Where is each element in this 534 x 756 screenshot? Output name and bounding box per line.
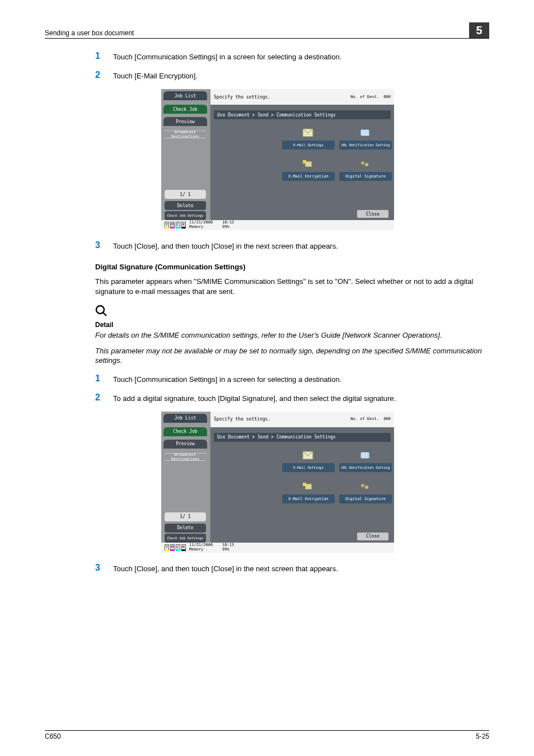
delete-button[interactable]: Delete	[165, 201, 206, 210]
status-memory-label: Memory	[189, 225, 203, 229]
detail-paragraph: This parameter may not be available or m…	[95, 346, 489, 366]
svg-rect-3	[303, 160, 306, 164]
tab-job-list[interactable]: Job List	[163, 414, 207, 423]
status-memory-value: 99%	[222, 547, 229, 552]
email-encryption-button[interactable]: E-Mail Encryption	[282, 494, 335, 503]
device-screenshot: Job List Check Job Preview Broadcast Des…	[161, 412, 394, 553]
step-text: To add a digital signature, touch [Digit…	[113, 393, 396, 403]
url-notification-icon	[357, 126, 373, 139]
email-encryption-icon	[300, 480, 316, 493]
chapter-number-badge: 5	[469, 22, 489, 38]
detail-icon	[95, 304, 489, 321]
svg-rect-9	[360, 452, 369, 459]
url-notification-button[interactable]: URL Notification Setting	[339, 141, 392, 150]
email-encryption-button[interactable]: E-Mail Encryption	[282, 172, 335, 181]
email-settings-button[interactable]: E-Mail Settings	[282, 463, 335, 472]
svg-point-12	[361, 484, 364, 487]
section-heading: Digital Signature (Communication Setting…	[95, 263, 489, 271]
email-encryption-icon	[300, 157, 316, 171]
running-header: Sending a user box document	[45, 29, 469, 37]
svg-point-4	[361, 161, 364, 165]
close-button[interactable]: Close	[357, 533, 388, 540]
step-text: Touch [Communication Settings] in a scre…	[113, 51, 341, 61]
email-settings-icon	[300, 126, 316, 139]
svg-point-5	[365, 163, 368, 166]
status-memory-value: 99%	[222, 225, 229, 229]
footer-doc-id: C650	[45, 732, 61, 740]
step-text: Touch [Close], and then touch [Close] in…	[113, 563, 338, 573]
status-memory-label: Memory	[189, 547, 203, 552]
step-number: 1	[95, 374, 113, 384]
url-notification-icon	[357, 449, 373, 462]
svg-point-6	[96, 306, 104, 314]
tab-check-job[interactable]: Check Job	[163, 105, 207, 114]
digital-signature-icon	[357, 157, 373, 171]
svg-line-7	[103, 312, 106, 316]
pager-indicator: 1/ 1	[165, 190, 206, 199]
device-screenshot: Job List Check Job Preview Broadcast Des…	[161, 89, 394, 230]
broadcast-destinations-label: Broadcast Destinations	[165, 130, 206, 138]
step-number: 2	[95, 393, 113, 403]
step-number: 1	[95, 51, 113, 61]
detail-paragraph: For details on the S/MIME communication …	[95, 330, 489, 340]
email-settings-button[interactable]: E-Mail Settings	[282, 141, 335, 150]
svg-point-13	[365, 486, 368, 489]
step-text: Touch [Communication Settings] in a scre…	[113, 374, 341, 384]
instruction-text: Specify the settings.	[214, 417, 270, 422]
noof-label: No. of Dest.	[350, 417, 379, 421]
url-notification-button[interactable]: URL Notification Setting	[339, 463, 392, 472]
step-number: 3	[95, 240, 113, 250]
step-text: Touch [Close], and then touch [Close] in…	[113, 240, 338, 250]
footer-page-number: 5-25	[476, 732, 489, 740]
digital-signature-icon	[357, 480, 373, 493]
check-job-settings-button[interactable]: Check Job Settings	[165, 211, 206, 220]
noof-value: 000	[383, 417, 391, 421]
step-text: Touch [E-Mail Encryption].	[113, 70, 198, 80]
section-intro: This parameter appears when "S/MIME Comm…	[95, 277, 489, 296]
instruction-text: Specify the settings.	[214, 95, 270, 100]
close-button[interactable]: Close	[357, 210, 388, 218]
pager-indicator: 1/ 1	[165, 512, 206, 521]
email-settings-icon	[300, 449, 316, 462]
step-number: 3	[95, 563, 113, 573]
breadcrumb: Use Document > Send > Communication Sett…	[214, 110, 391, 119]
tab-job-list[interactable]: Job List	[163, 91, 207, 100]
digital-signature-button[interactable]: Digital Signature	[339, 494, 392, 503]
toner-indicators: YMCK	[165, 222, 186, 228]
svg-rect-11	[303, 483, 306, 486]
tab-check-job[interactable]: Check Job	[163, 427, 207, 436]
delete-button[interactable]: Delete	[165, 524, 206, 533]
step-number: 2	[95, 70, 113, 80]
noof-value: 000	[383, 95, 391, 99]
svg-rect-1	[360, 129, 369, 136]
tab-preview[interactable]: Preview	[163, 117, 207, 126]
toner-indicators: YMCK	[165, 544, 186, 551]
check-job-settings-button[interactable]: Check Job Settings	[165, 534, 206, 543]
breadcrumb: Use Document > Send > Communication Sett…	[214, 433, 391, 442]
tab-preview[interactable]: Preview	[163, 440, 207, 449]
noof-label: No. of Dest.	[350, 95, 379, 99]
broadcast-destinations-label: Broadcast Destinations	[165, 453, 206, 461]
digital-signature-button[interactable]: Digital Signature	[339, 172, 392, 181]
detail-label: Detail	[95, 321, 489, 329]
